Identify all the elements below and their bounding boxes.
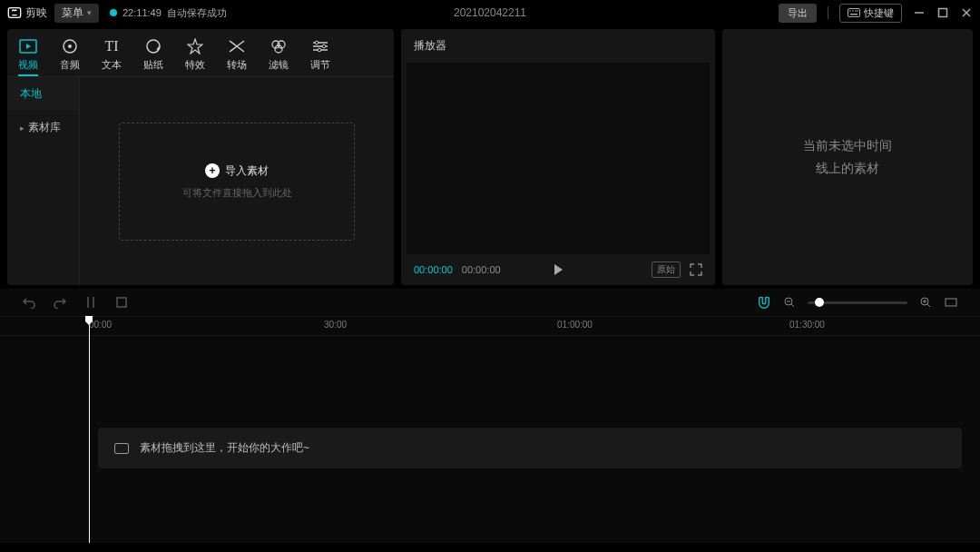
zoom-in-button[interactable]: [918, 295, 933, 310]
import-button-label: 导入素材: [225, 163, 269, 179]
svg-rect-1: [848, 9, 860, 17]
autosave-text: 自动保存成功: [167, 6, 227, 20]
maximize-button[interactable]: [936, 6, 949, 19]
player-panel: 播放器 00:00:00 00:00:00 原始: [401, 29, 715, 285]
timeline-panel: 00:00 30:00 01:00:00 01:30:00 素材拖拽到这里，开始…: [0, 289, 980, 543]
import-dropzone[interactable]: + 导入素材 可将文件直接拖入到此处: [119, 123, 355, 241]
film-icon: [114, 443, 129, 454]
player-current-time: 00:00:00: [414, 264, 453, 275]
adjust-icon: [311, 37, 329, 55]
sidebar-library-label: 素材库: [28, 120, 61, 135]
playhead[interactable]: [89, 316, 90, 543]
tab-sticker-label: 贴纸: [143, 58, 163, 72]
app-name: 剪映: [25, 5, 47, 21]
svg-rect-0: [8, 8, 20, 18]
svg-rect-2: [850, 14, 858, 15]
menu-label: 菜单: [62, 5, 83, 21]
inspector-panel: 当前未选中时间 线上的素材: [722, 29, 973, 285]
shortcut-label: 快捷键: [864, 6, 894, 20]
split-button[interactable]: [83, 295, 98, 310]
timeline-ruler[interactable]: 00:00 30:00 01:00:00 01:30:00: [0, 316, 980, 336]
import-button[interactable]: + 导入素材: [205, 163, 269, 179]
tab-text[interactable]: TI 文本: [102, 34, 122, 74]
zoom-fit-button[interactable]: [944, 295, 958, 310]
player-total-time: 00:00:00: [462, 264, 501, 275]
svg-rect-18: [117, 298, 126, 307]
zoom-thumb[interactable]: [815, 298, 824, 307]
media-panel: 视频 音频 TI 文本 贴纸 特效 转场: [7, 29, 394, 285]
tab-adjust[interactable]: 调节: [310, 34, 330, 74]
delete-button[interactable]: [114, 295, 129, 310]
tab-adjust-label: 调节: [310, 58, 330, 72]
svg-point-6: [857, 10, 858, 12]
svg-rect-21: [946, 299, 956, 306]
inspector-empty-line1: 当前未选中时间: [803, 134, 892, 157]
undo-button[interactable]: [22, 295, 36, 310]
player-viewport[interactable]: [407, 63, 710, 254]
tab-fx-label: 特效: [185, 58, 205, 72]
tab-audio[interactable]: 音频: [60, 34, 80, 74]
autosave-time: 22:11:49: [122, 7, 162, 18]
sidebar-library[interactable]: ▸ 素材库: [7, 111, 79, 144]
zoom-out-button[interactable]: [782, 295, 797, 310]
inspector-empty-line2: 线上的素材: [803, 157, 892, 180]
app-logo: 剪映: [7, 5, 47, 21]
tab-audio-label: 音频: [60, 58, 80, 72]
tab-fx[interactable]: 特效: [185, 34, 205, 74]
play-button[interactable]: [552, 263, 564, 276]
sticker-icon: [144, 37, 162, 55]
ruler-mark-3: 01:30:00: [789, 320, 825, 330]
minimize-button[interactable]: [913, 6, 926, 19]
tab-video-label: 视频: [18, 58, 38, 72]
svg-point-10: [68, 44, 72, 48]
status-dot-icon: [110, 9, 117, 16]
video-icon: [19, 37, 37, 55]
chevron-down-icon: ▾: [87, 8, 92, 17]
project-title: 202102042211: [454, 6, 526, 19]
zoom-slider[interactable]: [808, 301, 907, 304]
tab-sticker[interactable]: 贴纸: [143, 34, 163, 74]
svg-point-4: [852, 10, 854, 12]
aspect-ratio-button[interactable]: 原始: [652, 261, 681, 278]
timeline-tracks[interactable]: 素材拖拽到这里，开始你的大作吧~: [0, 336, 980, 543]
tab-filter-label: 滤镜: [269, 58, 289, 72]
import-hint: 可将文件直接拖入到此处: [182, 186, 292, 200]
track-drop-hint[interactable]: 素材拖拽到这里，开始你的大作吧~: [98, 428, 962, 468]
menu-button[interactable]: 菜单 ▾: [54, 4, 99, 23]
audio-icon: [61, 37, 79, 55]
chevron-right-icon: ▸: [20, 123, 24, 133]
sidebar-local[interactable]: 本地: [7, 77, 79, 111]
transition-icon: [228, 37, 246, 55]
inspector-empty-message: 当前未选中时间 线上的素材: [803, 134, 892, 180]
export-button[interactable]: 导出: [779, 4, 817, 23]
svg-point-16: [322, 44, 326, 48]
player-title: 播放器: [401, 29, 715, 63]
svg-rect-7: [939, 9, 947, 17]
ruler-mark-1: 30:00: [324, 320, 347, 330]
fullscreen-button[interactable]: [690, 263, 702, 276]
svg-point-5: [855, 10, 857, 12]
shortcut-button[interactable]: 快捷键: [839, 4, 902, 23]
autosave-status: 22:11:49 自动保存成功: [110, 6, 227, 20]
svg-point-3: [849, 10, 851, 12]
magnet-button[interactable]: [757, 295, 771, 310]
tab-filter[interactable]: 滤镜: [269, 34, 289, 74]
ruler-mark-2: 01:00:00: [557, 320, 593, 330]
redo-button[interactable]: [53, 295, 67, 310]
svg-point-17: [318, 48, 321, 52]
keyboard-icon: [848, 8, 860, 17]
svg-point-15: [315, 41, 318, 44]
tab-transition[interactable]: 转场: [227, 34, 247, 74]
plus-icon: +: [205, 163, 220, 178]
tab-transition-label: 转场: [227, 58, 247, 72]
text-icon: TI: [103, 37, 121, 55]
close-button[interactable]: [960, 6, 973, 19]
svg-point-11: [147, 40, 160, 53]
track-hint-text: 素材拖拽到这里，开始你的大作吧~: [140, 440, 309, 456]
filter-icon: [270, 37, 288, 55]
tab-text-label: 文本: [102, 58, 122, 72]
fx-icon: [186, 37, 204, 55]
tab-video[interactable]: 视频: [18, 34, 38, 76]
divider: [828, 6, 828, 19]
